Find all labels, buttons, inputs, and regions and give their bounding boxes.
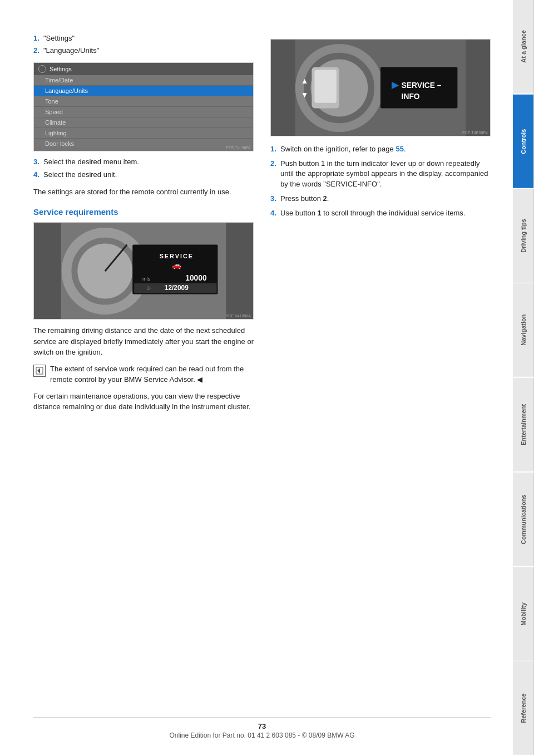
svg-text:SERVICE: SERVICE bbox=[160, 253, 194, 260]
sidebar-tab-mobility[interactable]: Mobility bbox=[513, 567, 534, 661]
right-step-3-num: 3. bbox=[270, 194, 280, 204]
service-info-screen-sim: ▲ ▼ ▶ SERVICE – INFO bbox=[271, 40, 490, 136]
sidebar: At a glance Controls Driving tips Naviga… bbox=[513, 0, 534, 756]
step-4-text: Select the desired unit. bbox=[43, 170, 117, 180]
sidebar-tab-at-a-glance[interactable]: At a glance bbox=[513, 0, 534, 94]
settings-menu: Time/Date Language/Units Tone Speed Clim… bbox=[34, 75, 253, 151]
step-2-num: 2. bbox=[33, 46, 43, 56]
step-3-text: Select the desired menu item. bbox=[43, 157, 139, 167]
svg-text:10000: 10000 bbox=[185, 273, 207, 282]
right-step-1-text: Switch on the ignition, refer to page 55… bbox=[280, 144, 406, 154]
menu-time-date: Time/Date bbox=[34, 75, 253, 86]
right-step-4-text: Use button 1 to scroll through the indiv… bbox=[280, 208, 465, 218]
svg-text:SERVICE –: SERVICE – bbox=[402, 81, 442, 90]
two-column-layout: 1. "Settings" 2. "Language/Units" Settin… bbox=[33, 33, 491, 418]
svg-rect-18 bbox=[314, 70, 337, 102]
footer-copyright: Online Edition for Part no. 01 41 2 603 … bbox=[169, 732, 354, 739]
svg-text:INFO: INFO bbox=[402, 92, 420, 101]
bottom-steps-list: 3. Select the desired menu item. 4. Sele… bbox=[33, 157, 254, 179]
right-step-3-text: Press button 2. bbox=[280, 194, 329, 204]
right-step-4-bold: 1 bbox=[318, 209, 322, 217]
body-text-2: The remaining driving distance and the d… bbox=[33, 325, 254, 358]
right-steps-list: 1. Switch on the ignition, refer to page… bbox=[270, 144, 491, 218]
settings-screen-image: Settings Time/Date Language/Units Tone S… bbox=[33, 62, 254, 151]
right-step-1-num: 1. bbox=[270, 144, 280, 154]
menu-climate: Climate bbox=[34, 117, 253, 128]
right-step-3: 3. Press button 2. bbox=[270, 194, 491, 204]
step-1: 1. "Settings" bbox=[33, 33, 254, 43]
settings-header: Settings bbox=[34, 63, 253, 75]
note-box: The extent of service work required can … bbox=[33, 364, 254, 385]
section-heading: Service requirements bbox=[33, 207, 254, 217]
si-watermark: PCE,T4R50P4 bbox=[462, 131, 488, 135]
page-number: 73 bbox=[33, 722, 491, 730]
service-screen-sim: SERVICE 🚗 mls 10000 ⊙ 12/2009 bbox=[34, 223, 253, 319]
right-step-2-num: 2. bbox=[270, 159, 280, 189]
right-step-4: 4. Use button 1 to scroll through the in… bbox=[270, 208, 491, 218]
right-step-2: 2. Push button 1 in the turn indicator l… bbox=[270, 159, 491, 189]
sidebar-tab-entertainment[interactable]: Entertainment bbox=[513, 378, 534, 472]
sidebar-tab-navigation[interactable]: Navigation bbox=[513, 283, 534, 377]
main-content: 1. "Settings" 2. "Language/Units" Settin… bbox=[0, 0, 513, 756]
step-1-num: 1. bbox=[33, 33, 43, 43]
step-4: 4. Select the desired unit. bbox=[33, 170, 254, 180]
svg-text:mls: mls bbox=[142, 276, 150, 282]
sidebar-tab-reference[interactable]: Reference bbox=[513, 661, 534, 755]
step-4-num: 4. bbox=[33, 170, 43, 180]
menu-door-locks: Door locks bbox=[34, 139, 253, 149]
top-steps-list: 1. "Settings" 2. "Language/Units" bbox=[33, 33, 254, 56]
menu-language-units: Language/Units bbox=[34, 86, 253, 96]
page-link-55[interactable]: 55 bbox=[395, 145, 403, 153]
right-step-1: 1. Switch on the ignition, refer to page… bbox=[270, 144, 491, 154]
service-info-screen-image: ▲ ▼ ▶ SERVICE – INFO PCE,T4R50P4 bbox=[270, 39, 491, 136]
settings-watermark: PCE,T4L96B1 bbox=[226, 146, 251, 150]
settings-header-label: Settings bbox=[50, 66, 72, 72]
left-column: 1. "Settings" 2. "Language/Units" Settin… bbox=[33, 33, 254, 418]
right-step-3-bold: 2 bbox=[323, 194, 327, 203]
body-text-1: The settings are stored for the remote c… bbox=[33, 186, 254, 198]
svg-text:12/2009: 12/2009 bbox=[165, 284, 189, 292]
note-symbol: ◀ bbox=[197, 375, 202, 384]
note-icon bbox=[33, 365, 46, 377]
step-3-num: 3. bbox=[33, 157, 43, 167]
svg-text:▲: ▲ bbox=[301, 76, 309, 85]
right-step-4-num: 4. bbox=[270, 208, 280, 218]
step-2-text: "Language/Units" bbox=[43, 46, 99, 56]
svg-text:🚗: 🚗 bbox=[172, 261, 182, 270]
step-1-text: "Settings" bbox=[43, 33, 75, 43]
right-column: ▲ ▼ ▶ SERVICE – INFO PCE,T4R50P4 bbox=[270, 33, 491, 418]
note-text: The extent of service work required can … bbox=[50, 364, 254, 385]
menu-tone: Tone bbox=[34, 96, 253, 107]
sidebar-tab-controls[interactable]: Controls bbox=[513, 95, 534, 188]
svg-marker-13 bbox=[37, 368, 40, 374]
page-footer: 73 Online Edition for Part no. 01 41 2 6… bbox=[33, 717, 491, 739]
menu-lighting: Lighting bbox=[34, 128, 253, 139]
body-text-3: For certain maintenance operations, you … bbox=[33, 391, 254, 413]
menu-speed: Speed bbox=[34, 107, 253, 117]
settings-icon bbox=[38, 65, 46, 73]
svg-text:▼: ▼ bbox=[301, 90, 309, 99]
service-screen-image: SERVICE 🚗 mls 10000 ⊙ 12/2009 PCE,N bbox=[33, 222, 254, 320]
settings-screen-sim: Settings Time/Date Language/Units Tone S… bbox=[34, 63, 253, 151]
sidebar-tab-communications[interactable]: Communications bbox=[513, 473, 534, 566]
svg-text:▶: ▶ bbox=[392, 80, 399, 90]
step-3: 3. Select the desired menu item. bbox=[33, 157, 254, 167]
sidebar-tab-driving-tips[interactable]: Driving tips bbox=[513, 189, 534, 283]
service-watermark: PCE,N41050A bbox=[225, 314, 251, 318]
right-step-2-text: Push button 1 in the turn indicator leve… bbox=[280, 159, 491, 189]
svg-text:⊙: ⊙ bbox=[146, 285, 151, 291]
step-2: 2. "Language/Units" bbox=[33, 46, 254, 56]
page-container: 1. "Settings" 2. "Language/Units" Settin… bbox=[0, 0, 534, 756]
